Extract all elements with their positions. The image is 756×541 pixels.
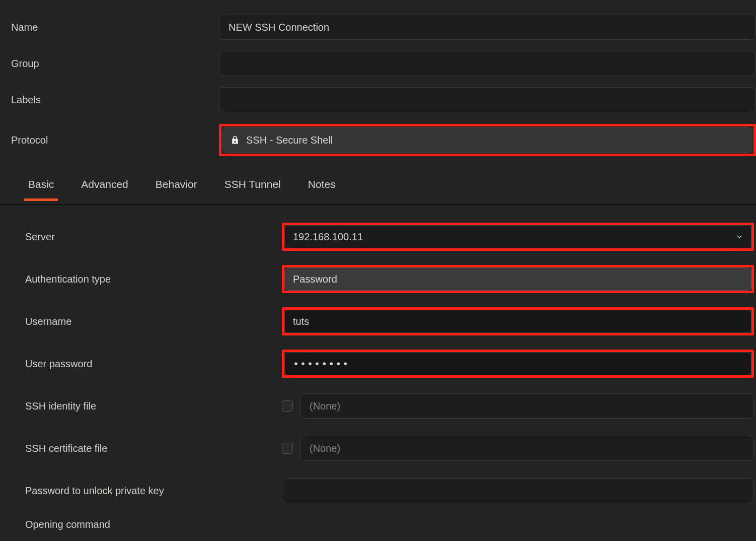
identity-field[interactable]: (None) <box>300 393 754 419</box>
auth-select[interactable]: Password <box>284 267 751 291</box>
name-input[interactable] <box>219 15 756 40</box>
group-label: Group <box>0 58 219 70</box>
group-input[interactable] <box>219 51 756 76</box>
opening-label: Opening command <box>0 519 282 530</box>
lock-icon <box>230 135 240 145</box>
identity-placeholder: (None) <box>310 400 340 412</box>
tab-behavior[interactable]: Behavior <box>156 178 197 200</box>
server-value: 192.168.100.11 <box>285 231 727 243</box>
row-password: User password <box>0 343 756 385</box>
row-opening: Opening command <box>0 512 756 537</box>
chevron-down-icon[interactable] <box>727 226 751 248</box>
unlock-input[interactable] <box>282 478 754 503</box>
labels-label: Labels <box>0 94 219 106</box>
tab-notes[interactable]: Notes <box>308 178 336 200</box>
unlock-label: Password to unlock private key <box>0 485 282 497</box>
tab-sshtunnel[interactable]: SSH Tunnel <box>224 178 281 200</box>
row-unlock: Password to unlock private key <box>0 469 756 512</box>
identity-label: SSH identity file <box>0 400 282 412</box>
auth-value: Password <box>293 274 337 285</box>
row-identity: SSH identity file (None) <box>0 385 756 427</box>
tabs: Basic Advanced Behavior SSH Tunnel Notes <box>0 178 756 205</box>
auth-label: Authentication type <box>0 274 282 285</box>
protocol-value: SSH - Secure Shell <box>246 134 333 146</box>
protocol-highlight: SSH - Secure Shell <box>219 124 756 156</box>
username-input[interactable] <box>284 310 751 333</box>
tab-advanced[interactable]: Advanced <box>81 178 128 200</box>
cert-placeholder: (None) <box>310 443 340 454</box>
userpw-label: User password <box>0 358 282 370</box>
cert-field[interactable]: (None) <box>300 436 754 461</box>
row-username: Username <box>0 300 756 343</box>
tab-basic[interactable]: Basic <box>28 178 54 200</box>
row-cert: SSH certificate file (None) <box>0 427 756 469</box>
name-label: Name <box>0 22 219 33</box>
protocol-select[interactable]: SSH - Secure Shell <box>222 127 752 153</box>
userpw-input[interactable] <box>284 352 751 375</box>
protocol-label: Protocol <box>0 134 219 146</box>
row-server: Server 192.168.100.11 <box>0 216 756 258</box>
username-highlight <box>282 307 754 335</box>
labels-input[interactable] <box>219 87 756 112</box>
row-auth: Authentication type Password <box>0 258 756 300</box>
auth-highlight: Password <box>282 265 754 293</box>
cert-label: SSH certificate file <box>0 443 282 454</box>
row-group: Group <box>0 45 756 82</box>
top-fields: Name Group Labels Protocol SSH - Secure … <box>0 0 756 162</box>
server-combo[interactable]: 192.168.100.11 <box>284 225 751 248</box>
cert-checkbox[interactable] <box>282 443 293 454</box>
identity-checkbox[interactable] <box>282 400 293 412</box>
row-labels: Labels <box>0 82 756 118</box>
row-protocol: Protocol SSH - Secure Shell <box>0 118 756 162</box>
server-highlight: 192.168.100.11 <box>282 223 754 251</box>
basic-form: Server 192.168.100.11 Authentication typ… <box>0 205 756 537</box>
username-label: Username <box>0 316 282 327</box>
userpw-highlight <box>282 350 754 378</box>
row-name: Name <box>0 9 756 45</box>
server-label: Server <box>0 231 282 243</box>
